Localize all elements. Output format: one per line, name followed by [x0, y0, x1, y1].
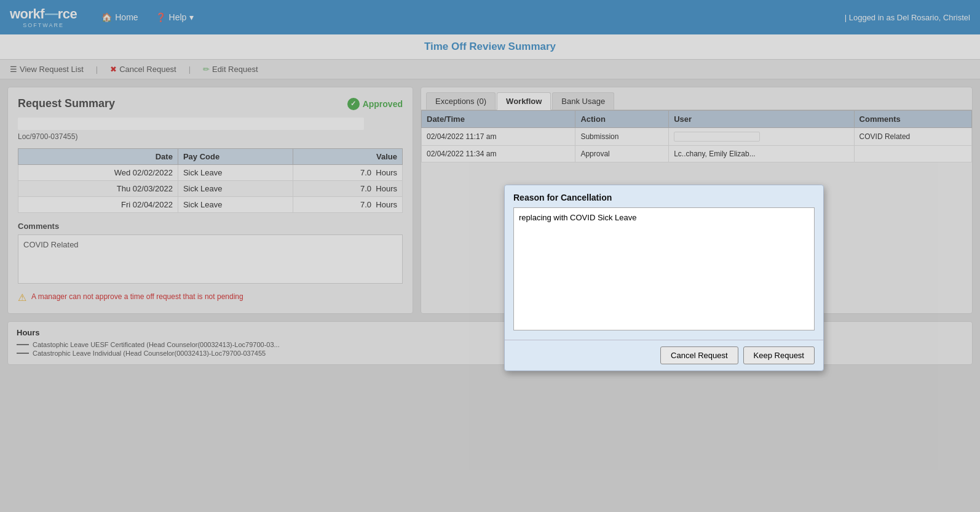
cancel-request-dialog-button[interactable]: Cancel Request: [660, 346, 738, 364]
keep-request-button[interactable]: Keep Request: [743, 346, 815, 364]
dialog-footer: Cancel Request Keep Request: [505, 340, 823, 370]
dialog-body: [505, 207, 823, 340]
modal-overlay: [0, 0, 980, 372]
cancellation-dialog: Reason for Cancellation Cancel Request K…: [504, 185, 824, 371]
cancellation-reason-textarea[interactable]: [513, 207, 815, 330]
dialog-title: Reason for Cancellation: [505, 185, 823, 207]
